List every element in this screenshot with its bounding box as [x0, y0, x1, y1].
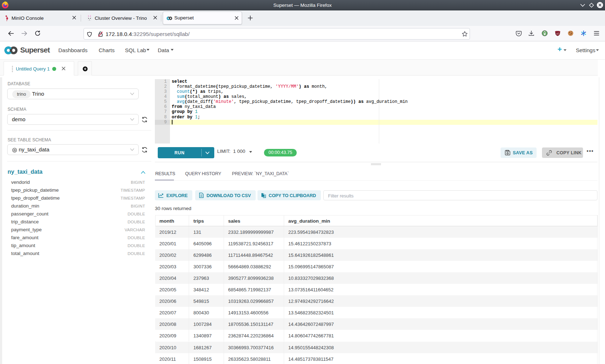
- svg-text:uO: uO: [556, 32, 559, 35]
